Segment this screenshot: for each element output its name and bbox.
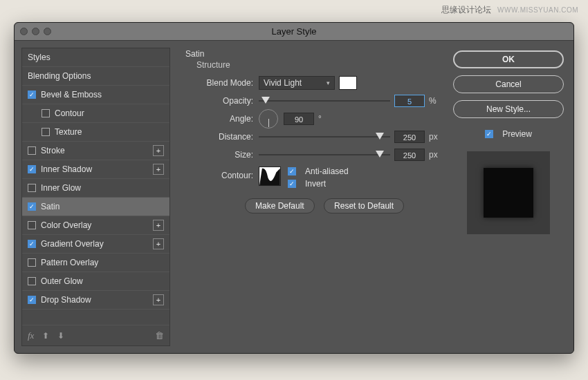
trash-icon[interactable]: 🗑 — [155, 330, 164, 341]
style-row-inner-shadow[interactable]: Inner Shadow + — [22, 160, 169, 179]
style-row-outer-glow[interactable]: Outer Glow — [22, 272, 169, 291]
add-inner-shadow-icon[interactable]: + — [153, 164, 164, 175]
style-label: Satin — [41, 202, 59, 211]
size-label: Size: — [190, 150, 259, 160]
checkbox-satin[interactable] — [28, 202, 36, 211]
make-default-button[interactable]: Make Default — [245, 198, 315, 213]
style-row-inner-glow[interactable]: Inner Glow — [22, 179, 169, 198]
size-slider[interactable] — [259, 150, 390, 160]
satin-panel: Satin Structure Blend Mode: Vivid Light … — [180, 48, 443, 346]
size-row: Size: 250 px — [190, 146, 441, 164]
dialog-content: Styles Blending Options Bevel & Emboss C… — [15, 41, 573, 353]
checkbox-texture[interactable] — [42, 128, 50, 136]
checkbox-preview[interactable] — [485, 130, 493, 138]
blending-options-label: Blending Options — [28, 71, 91, 81]
style-row-color-overlay[interactable]: Color Overlay + — [22, 216, 169, 235]
style-row-pattern-overlay[interactable]: Pattern Overlay — [22, 254, 169, 272]
style-row-drop-shadow[interactable]: Drop Shadow + — [22, 291, 169, 310]
add-stroke-icon[interactable]: + — [153, 145, 164, 156]
style-row-satin[interactable]: Satin — [22, 198, 169, 216]
zoom-icon[interactable] — [44, 28, 51, 35]
close-icon[interactable] — [20, 28, 28, 35]
color-swatch[interactable] — [339, 76, 357, 90]
styles-footer: fx ⬆ ⬇ 🗑 — [22, 325, 169, 345]
blend-mode-value: Vivid Light — [264, 78, 302, 88]
angle-label: Angle: — [190, 114, 259, 124]
watermark-text-2: WWW.MISSYUAN.COM — [497, 6, 578, 14]
checkbox-invert[interactable] — [288, 180, 296, 188]
checkbox-color-overlay[interactable] — [28, 221, 36, 229]
checkbox-contour[interactable] — [42, 109, 50, 117]
blend-mode-label: Blend Mode: — [190, 78, 259, 88]
window-controls[interactable] — [20, 28, 51, 35]
size-input[interactable]: 250 — [394, 149, 425, 161]
style-label: Stroke — [41, 146, 65, 155]
checkbox-inner-glow[interactable] — [28, 184, 36, 192]
style-row-contour[interactable]: Contour — [22, 104, 169, 123]
default-buttons: Make Default Reset to Default — [190, 198, 441, 213]
chevron-down-icon: ▾ — [327, 79, 330, 86]
move-up-icon[interactable]: ⬆ — [42, 331, 49, 341]
new-style-button[interactable]: New Style... — [453, 100, 564, 118]
opacity-label: Opacity: — [190, 96, 259, 106]
style-label: Outer Glow — [41, 276, 83, 286]
opacity-row: Opacity: 5 % — [190, 92, 441, 110]
structure-fieldset: Structure Blend Mode: Vivid Light ▾ Opac… — [183, 60, 441, 213]
right-panel: OK Cancel New Style... Preview — [453, 48, 564, 346]
checkbox-anti-aliased[interactable] — [288, 167, 296, 175]
opacity-input[interactable]: 5 — [394, 95, 425, 107]
watermark-text-1: 思缘设计论坛 — [441, 5, 491, 15]
checkbox-drop-shadow[interactable] — [28, 296, 36, 304]
checkbox-stroke[interactable] — [28, 146, 36, 155]
layer-style-dialog: Layer Style Styles Blending Options Beve… — [14, 22, 574, 354]
checkbox-outer-glow[interactable] — [28, 277, 36, 285]
minimize-icon[interactable] — [32, 28, 39, 35]
watermark: 思缘设计论坛 WWW.MISSYUAN.COM — [441, 4, 578, 16]
checkbox-gradient-overlay[interactable] — [28, 240, 36, 248]
cancel-button[interactable]: Cancel — [453, 75, 564, 93]
contour-row: Contour: Anti-aliased Invert — [190, 164, 441, 189]
checkbox-bevel-emboss[interactable] — [28, 91, 36, 99]
preview-toggle[interactable]: Preview — [453, 129, 564, 139]
invert-label: Invert — [305, 179, 326, 189]
blend-mode-select[interactable]: Vivid Light ▾ — [259, 76, 335, 90]
styles-header[interactable]: Styles — [22, 48, 169, 67]
distance-unit: px — [429, 132, 438, 142]
style-label: Inner Glow — [41, 183, 81, 193]
styles-list: Styles Blending Options Bevel & Emboss C… — [21, 48, 170, 346]
angle-input[interactable]: 90 — [284, 113, 314, 125]
contour-picker[interactable] — [259, 167, 281, 186]
angle-unit: ° — [318, 114, 322, 124]
style-row-stroke[interactable]: Stroke + — [22, 142, 169, 160]
ok-button[interactable]: OK — [453, 50, 564, 68]
distance-label: Distance: — [190, 132, 259, 142]
blend-mode-row: Blend Mode: Vivid Light ▾ — [190, 74, 441, 92]
checkbox-pattern-overlay[interactable] — [28, 258, 36, 267]
checkbox-inner-shadow[interactable] — [28, 165, 36, 173]
style-row-texture[interactable]: Texture — [22, 123, 169, 142]
opacity-slider[interactable] — [259, 96, 390, 106]
style-label: Gradient Overlay — [41, 239, 104, 249]
add-color-overlay-icon[interactable]: + — [153, 220, 164, 231]
style-label: Pattern Overlay — [41, 258, 98, 267]
preview-swatch — [484, 168, 533, 218]
distance-slider[interactable] — [259, 132, 390, 142]
add-drop-shadow-icon[interactable]: + — [153, 294, 164, 305]
reset-default-button[interactable]: Reset to Default — [324, 198, 404, 213]
style-label: Drop Shadow — [41, 295, 91, 305]
distance-input[interactable]: 250 — [394, 131, 425, 143]
add-gradient-overlay-icon[interactable]: + — [153, 238, 164, 249]
section-title: Satin — [185, 49, 441, 59]
style-label: Color Overlay — [41, 220, 91, 230]
styles-label: Styles — [28, 53, 50, 62]
opacity-unit: % — [429, 96, 437, 106]
fx-menu-icon[interactable]: fx — [28, 330, 34, 341]
style-label: Contour — [55, 108, 84, 118]
style-row-bevel-emboss[interactable]: Bevel & Emboss — [22, 86, 169, 104]
move-down-icon[interactable]: ⬇ — [57, 331, 64, 341]
style-row-gradient-overlay[interactable]: Gradient Overlay + — [22, 235, 169, 254]
angle-dial[interactable] — [259, 109, 278, 129]
dialog-titlebar: Layer Style — [15, 23, 573, 41]
angle-row: Angle: 90 ° — [190, 110, 441, 128]
blending-options-row[interactable]: Blending Options — [22, 67, 169, 86]
